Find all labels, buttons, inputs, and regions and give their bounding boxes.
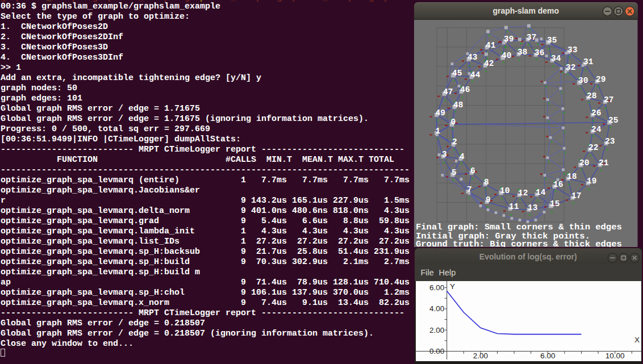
svg-text:35: 35 xyxy=(547,35,557,44)
svg-text:16: 16 xyxy=(553,179,563,189)
svg-text:20: 20 xyxy=(579,158,589,167)
svg-text:42: 42 xyxy=(484,58,494,68)
svg-text:6.00: 6.00 xyxy=(429,283,444,292)
svg-text:17: 17 xyxy=(571,191,581,200)
svg-text:0: 0 xyxy=(451,118,456,127)
svg-text:2.00: 2.00 xyxy=(429,326,444,334)
svg-text:27: 27 xyxy=(604,95,613,104)
svg-text:6: 6 xyxy=(470,166,475,175)
svg-text:28: 28 xyxy=(587,91,596,100)
svg-text:41: 41 xyxy=(486,40,496,49)
svg-text:15: 15 xyxy=(550,199,560,208)
svg-text:33: 33 xyxy=(567,45,577,54)
svg-text:48: 48 xyxy=(453,100,463,109)
svg-text:9: 9 xyxy=(486,195,491,204)
svg-text:45: 45 xyxy=(452,68,462,77)
svg-text:49: 49 xyxy=(436,108,445,117)
svg-text:13: 13 xyxy=(528,203,537,212)
svg-text:Y: Y xyxy=(450,282,455,291)
svg-text:44: 44 xyxy=(470,70,481,79)
svg-text:34: 34 xyxy=(551,53,561,62)
svg-text:18: 18 xyxy=(567,171,577,181)
svg-text:40: 40 xyxy=(502,51,511,60)
svg-text:4: 4 xyxy=(460,152,465,161)
svg-text:6.00: 6.00 xyxy=(540,352,555,360)
svg-text:43: 43 xyxy=(467,52,477,61)
svg-text:8: 8 xyxy=(484,177,489,186)
svg-text:30: 30 xyxy=(578,76,588,85)
svg-text:39: 39 xyxy=(504,34,513,43)
svg-text:24: 24 xyxy=(591,124,602,133)
svg-text:36: 36 xyxy=(535,48,544,57)
svg-text:14: 14 xyxy=(536,187,546,196)
svg-text:37: 37 xyxy=(527,32,536,41)
svg-text:Ground truth: Big corners & th: Ground truth: Big corners & thick edges xyxy=(416,239,622,247)
svg-text:X: X xyxy=(634,336,640,344)
svg-text:31: 31 xyxy=(583,57,594,66)
svg-text:47: 47 xyxy=(443,87,453,96)
svg-text:2: 2 xyxy=(452,137,457,147)
svg-text:21: 21 xyxy=(599,158,609,167)
svg-text:3: 3 xyxy=(442,149,447,158)
svg-text:10: 10 xyxy=(500,186,510,195)
svg-text:11: 11 xyxy=(509,202,519,211)
svg-text:0.00: 0.00 xyxy=(429,347,444,355)
svg-text:7: 7 xyxy=(467,185,472,194)
svg-text:38: 38 xyxy=(517,47,527,56)
svg-text:23: 23 xyxy=(605,136,615,145)
svg-text:22: 22 xyxy=(588,143,598,152)
svg-text:46: 46 xyxy=(460,85,470,94)
svg-text:32: 32 xyxy=(566,62,575,72)
svg-text:5: 5 xyxy=(452,168,457,177)
svg-text:19: 19 xyxy=(587,176,596,185)
svg-text:12: 12 xyxy=(518,188,528,197)
svg-text:1: 1 xyxy=(436,126,441,135)
svg-text:29: 29 xyxy=(596,74,606,83)
svg-text:Final graph: Small corners & t: Final graph: Small corners & thin edges xyxy=(416,221,622,232)
svg-text:4.00: 4.00 xyxy=(429,304,444,313)
svg-text:26: 26 xyxy=(591,108,601,117)
svg-text:2.00: 2.00 xyxy=(473,352,488,360)
svg-text:10.00: 10.00 xyxy=(606,352,625,360)
svg-text:25: 25 xyxy=(608,115,618,124)
